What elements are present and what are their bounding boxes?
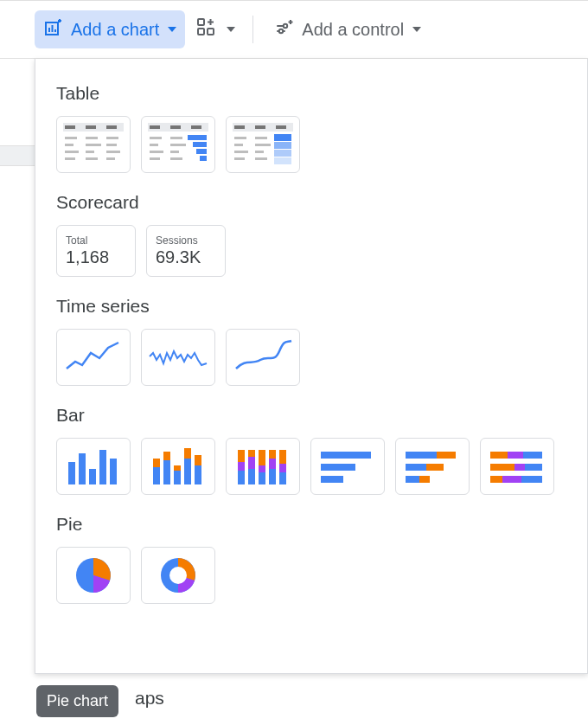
chart-option-pie[interactable] — [56, 547, 131, 604]
svg-rect-90 — [406, 452, 437, 459]
svg-rect-19 — [65, 151, 79, 153]
svg-rect-20 — [86, 151, 94, 153]
svg-rect-43 — [255, 125, 265, 129]
chart-option-scorecard-compact[interactable]: Sessions 69.3K — [146, 225, 226, 277]
svg-rect-12 — [106, 125, 117, 129]
svg-rect-66 — [174, 471, 181, 484]
svg-rect-51 — [234, 151, 248, 153]
svg-rect-23 — [86, 157, 98, 160]
svg-rect-69 — [184, 448, 191, 459]
svg-rect-11 — [86, 125, 96, 129]
svg-rect-57 — [68, 462, 75, 484]
svg-rect-55 — [255, 157, 267, 160]
svg-rect-88 — [321, 464, 355, 471]
svg-rect-104 — [502, 476, 521, 483]
svg-rect-95 — [419, 476, 430, 483]
svg-rect-29 — [150, 137, 162, 139]
svg-rect-80 — [259, 465, 265, 472]
svg-rect-67 — [174, 465, 181, 471]
svg-rect-50 — [274, 142, 291, 149]
svg-rect-38 — [150, 157, 160, 160]
svg-point-107 — [169, 567, 187, 584]
chart-option-bar-horizontal[interactable] — [310, 438, 385, 495]
chart-option-bar-stacked-horizontal[interactable] — [395, 438, 470, 495]
toolbar: Add a chart Add a control — [0, 0, 588, 59]
svg-rect-31 — [188, 135, 207, 140]
svg-rect-21 — [106, 151, 120, 153]
svg-rect-15 — [106, 137, 118, 139]
add-control-button[interactable]: Add a control — [265, 10, 430, 48]
svg-rect-74 — [238, 462, 245, 471]
svg-rect-91 — [437, 452, 456, 459]
svg-rect-103 — [490, 476, 502, 483]
svg-point-7 — [284, 23, 287, 27]
svg-rect-64 — [163, 460, 170, 484]
svg-rect-36 — [170, 151, 179, 153]
section-header-scorecard: Scorecard — [56, 192, 566, 213]
svg-rect-53 — [274, 150, 291, 157]
add-chart-dropdown: Table — [35, 59, 588, 674]
svg-rect-48 — [234, 144, 243, 146]
svg-rect-4 — [198, 19, 204, 25]
svg-rect-65 — [163, 452, 170, 460]
svg-rect-42 — [234, 125, 245, 129]
chart-add-icon — [43, 17, 64, 42]
svg-rect-56 — [274, 157, 291, 164]
svg-rect-33 — [170, 144, 186, 146]
add-chart-label: Add a chart — [71, 20, 159, 40]
svg-rect-83 — [269, 459, 276, 469]
svg-rect-26 — [150, 125, 160, 129]
chart-option-bar-column[interactable] — [56, 438, 131, 495]
section-header-timeseries: Time series — [56, 296, 566, 317]
svg-rect-76 — [248, 450, 255, 457]
chevron-down-icon — [412, 27, 421, 32]
section-header-bar: Bar — [56, 405, 566, 426]
svg-rect-70 — [195, 465, 201, 484]
svg-rect-62 — [153, 467, 160, 484]
chart-option-bar-stacked-column[interactable] — [141, 438, 215, 495]
svg-rect-49 — [255, 144, 271, 146]
svg-rect-32 — [150, 144, 158, 146]
chart-option-table-bars[interactable] — [141, 116, 215, 173]
chart-option-timeseries-sparkline[interactable] — [141, 329, 215, 386]
svg-rect-94 — [406, 476, 419, 483]
svg-rect-85 — [279, 450, 286, 464]
svg-rect-71 — [195, 455, 201, 465]
svg-rect-40 — [200, 156, 207, 161]
chart-option-timeseries-line[interactable] — [56, 329, 131, 386]
svg-rect-18 — [106, 144, 117, 146]
svg-rect-63 — [153, 459, 160, 467]
svg-rect-87 — [321, 452, 371, 459]
svg-rect-47 — [274, 134, 291, 141]
svg-rect-17 — [86, 144, 101, 146]
svg-rect-5 — [198, 29, 204, 35]
chart-option-donut[interactable] — [141, 547, 215, 604]
toolbar-divider — [252, 16, 253, 43]
svg-rect-92 — [406, 464, 426, 471]
svg-rect-6 — [208, 29, 214, 35]
community-visualizations-button[interactable] — [190, 10, 240, 48]
chart-option-timeseries-smooth[interactable] — [226, 329, 300, 386]
svg-point-8 — [279, 29, 283, 32]
chart-option-bar-100-stacked-column[interactable] — [226, 438, 300, 495]
svg-rect-93 — [426, 464, 444, 471]
svg-rect-39 — [170, 157, 182, 160]
chart-option-scorecard[interactable]: Total 1,168 — [56, 225, 136, 277]
svg-rect-10 — [65, 125, 75, 129]
svg-rect-60 — [99, 450, 106, 484]
chevron-down-icon — [227, 27, 235, 32]
svg-rect-68 — [184, 459, 191, 484]
add-chart-button[interactable]: Add a chart — [35, 10, 185, 48]
svg-rect-46 — [255, 137, 267, 139]
chart-option-table-heatmap[interactable] — [226, 116, 300, 173]
svg-rect-13 — [65, 137, 77, 139]
svg-rect-14 — [86, 137, 98, 139]
svg-rect-73 — [238, 450, 245, 462]
chart-option-bar-100-stacked-horizontal[interactable] — [480, 438, 554, 495]
svg-rect-54 — [234, 157, 245, 160]
svg-rect-16 — [65, 144, 74, 146]
scorecard-value: 69.3K — [156, 247, 216, 267]
section-header-table: Table — [56, 83, 566, 104]
svg-rect-58 — [79, 453, 86, 484]
chart-option-table[interactable] — [56, 116, 131, 173]
